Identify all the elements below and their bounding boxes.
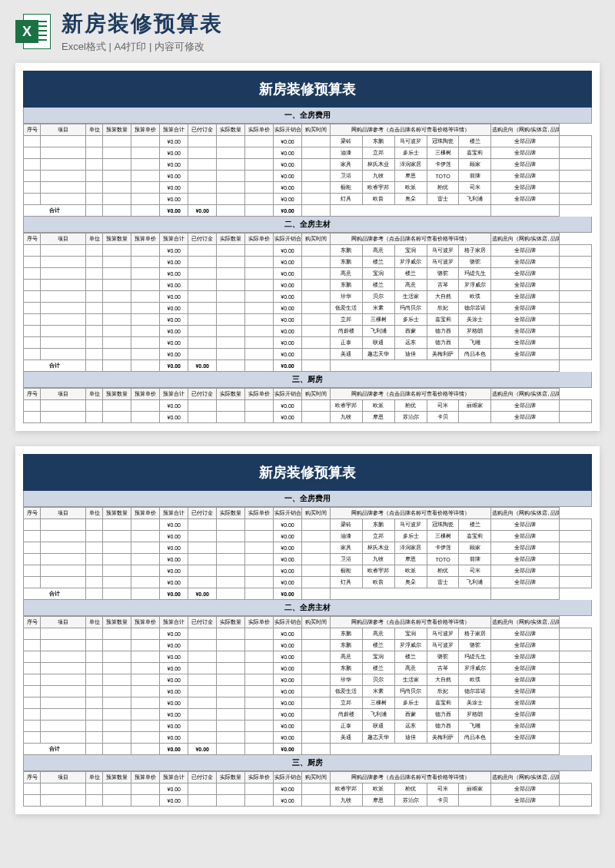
col-brand-ref: 网购品牌参考（点击品牌名称可查看价格等详情） — [330, 772, 490, 784]
sum-row: 合计 ¥0.00 ¥0.00 ¥0.00 — [24, 205, 592, 217]
col-item: 项目 — [41, 772, 86, 784]
category-cell: 立邦 — [330, 697, 362, 709]
brand-cell: 摩恩 — [394, 554, 427, 565]
brand-cell: 全部品牌 — [491, 565, 560, 577]
col-budget-price: 预算单价 — [131, 389, 160, 400]
brand-cell: 趣志天华 — [362, 732, 394, 744]
col-budget-total: 预算合计 — [160, 772, 188, 784]
brand-cell: 楼兰 — [394, 268, 427, 280]
brand-cell: 高意 — [362, 245, 394, 257]
brand-cell: 马可波罗 — [394, 519, 427, 531]
brand-cell: 迪佳 — [394, 732, 427, 744]
brand-cell: 生活家 — [394, 674, 427, 686]
brand-cell: TOTO — [427, 171, 459, 182]
brand-cell: 美涂士 — [459, 314, 491, 326]
brand-cell: 全部品牌 — [491, 280, 560, 291]
brand-cell: 骆驼 — [427, 268, 459, 280]
col-actual-total: 实际开销合计 — [274, 508, 302, 519]
brand-cell: 西蒙 — [394, 326, 427, 337]
brand-cell: 欧派 — [362, 784, 394, 795]
brand-cell: 玛缇先生 — [459, 651, 491, 663]
brand-cell: 欧睿宇邦 — [362, 565, 394, 577]
data-row: ¥0.00 ¥0.00 东鹏 楼兰罗浮威尔马可波罗骆驼全部品牌 — [24, 257, 592, 268]
data-row: ¥0.00 ¥0.00 卫浴 九牧摩恩TOTO箭牌全部品牌 — [24, 554, 592, 565]
brand-cell: 全部品牌 — [491, 314, 560, 326]
data-row: ¥0.00 ¥0.00 东鹏 楼兰高意吉琴罗浮威尔全部品牌 — [24, 280, 592, 291]
brand-cell: 吉琴 — [427, 280, 459, 291]
brand-cell: 全部品牌 — [491, 400, 560, 412]
brand-cell: 联通 — [362, 337, 394, 349]
category-cell: 美通 — [330, 732, 362, 744]
col-budget-qty: 预算数量 — [103, 617, 131, 628]
col-buy-time: 购买时间 — [301, 617, 330, 628]
budget-total: ¥0.00 — [160, 257, 188, 268]
brand-cell: 德力西 — [427, 337, 459, 349]
data-row: ¥0.00 ¥0.00 油漆 立邦多乐士三棵树嘉宝莉全部品牌 — [24, 147, 592, 159]
brand-cell: 飞雕 — [459, 337, 491, 349]
budget-total: ¥0.00 — [160, 159, 188, 171]
brand-cell: 全部品牌 — [491, 147, 560, 159]
brand-cell: 泽润家居 — [394, 542, 427, 554]
brand-cell: 全部品牌 — [491, 349, 560, 360]
col-item: 项目 — [41, 617, 86, 628]
sum-label: 合计 — [24, 588, 86, 600]
col-actual-price: 实际单价 — [245, 617, 274, 628]
brand-cell: 柏优 — [394, 784, 427, 795]
col-seq: 序号 — [24, 772, 41, 784]
brand-cell: 箭牌 — [459, 554, 491, 565]
actual-total: ¥0.00 — [274, 651, 302, 663]
actual-total: ¥0.00 — [274, 280, 302, 291]
brand-cell: 嘉宝莉 — [427, 314, 459, 326]
col-buy-time: 购买时间 — [301, 772, 330, 784]
data-row: ¥0.00 ¥0.00 美通 趣志天华迪佳美梅利萨尚品本色全部品牌 — [24, 732, 592, 744]
category-cell: 梁砖 — [330, 519, 362, 531]
data-row: ¥0.00 ¥0.00 卫浴 九牧摩恩TOTO箭牌全部品牌 — [24, 171, 592, 182]
brand-cell: 迪佳 — [394, 349, 427, 360]
col-deposit: 已付订金 — [188, 234, 217, 245]
col-seq: 序号 — [24, 234, 41, 245]
brand-cell: 格子家居 — [459, 245, 491, 257]
col-brand-ref: 网购品牌参考（点击品牌名称可查看价格等详情） — [330, 617, 490, 628]
data-row: ¥0.00 ¥0.00 东鹏 楼兰高意吉琴罗浮威尔全部品牌 — [24, 663, 592, 674]
brand-cell: 德力西 — [427, 709, 459, 721]
data-row: ¥0.00 ¥0.00 欧睿宇邦 欧派柏优司米丽维家全部品牌 — [24, 400, 592, 412]
brand-cell: 飞利浦 — [362, 326, 394, 337]
actual-total: ¥0.00 — [274, 412, 302, 423]
budget-total: ¥0.00 — [160, 795, 188, 807]
brand-cell: 马可波罗 — [427, 245, 459, 257]
category-cell: 油漆 — [330, 531, 362, 542]
brand-cell: 德力西 — [427, 721, 459, 732]
actual-total: ¥0.00 — [274, 565, 302, 577]
brand-cell: 东鹏 — [362, 136, 394, 147]
brand-cell: 美梅利萨 — [427, 349, 459, 360]
category-cell: 家具 — [330, 542, 362, 554]
category-cell: 欧睿宇邦 — [330, 784, 362, 795]
data-row: ¥0.00 ¥0.00 东鹏 高意宝润马可波罗格子家居全部品牌 — [24, 628, 592, 640]
col-actual-total: 实际开销合计 — [274, 389, 302, 400]
budget-total: ¥0.00 — [160, 651, 188, 663]
brand-cell: 欧派 — [362, 400, 394, 412]
section-title: 一、全房费用 — [23, 108, 592, 124]
col-brand-ref: 网购品牌参考（点击品牌名称可查看价格等详情） — [330, 124, 490, 136]
col-actual-qty: 实际数量 — [217, 617, 245, 628]
col-budget-price: 预算单价 — [131, 617, 160, 628]
category-cell: 低爱生活 — [330, 303, 362, 314]
brand-cell: 楼兰 — [362, 280, 394, 291]
data-row: ¥0.00 ¥0.00 低爱生活 米素玛尚贝尔欣妃德尔菲诺全部品牌 — [24, 686, 592, 697]
col-brand-ref: 网购品牌参考（点击品牌名称可查看价格等详情） — [330, 508, 490, 519]
budget-total: ¥0.00 — [160, 640, 188, 651]
col-actual-qty: 实际数量 — [217, 389, 245, 400]
col-unit: 单位 — [86, 389, 103, 400]
col-buy-time: 购买时间 — [301, 389, 330, 400]
budget-total: ¥0.00 — [160, 326, 188, 337]
budget-total: ¥0.00 — [160, 400, 188, 412]
actual-total: ¥0.00 — [274, 784, 302, 795]
data-row: ¥0.00 ¥0.00 珍华 贝尔生活家大自然欧璞全部品牌 — [24, 674, 592, 686]
budget-total: ¥0.00 — [160, 686, 188, 697]
brand-cell: 宝润 — [362, 651, 394, 663]
brand-cell: 东鹏 — [362, 519, 394, 531]
data-row: ¥0.00 ¥0.00 高意 宝润楼兰骆驼玛缇先生全部品牌 — [24, 651, 592, 663]
brand-cell: 格子家居 — [459, 628, 491, 640]
budget-table: 序号 项目 单位 预算数量 预算单价 预算合计 已付订金 实际数量 实际单价 实… — [23, 507, 592, 600]
data-row: ¥0.00 ¥0.00 家具 林氏木业泽润家居卡伊莲顾家全部品牌 — [24, 542, 592, 554]
